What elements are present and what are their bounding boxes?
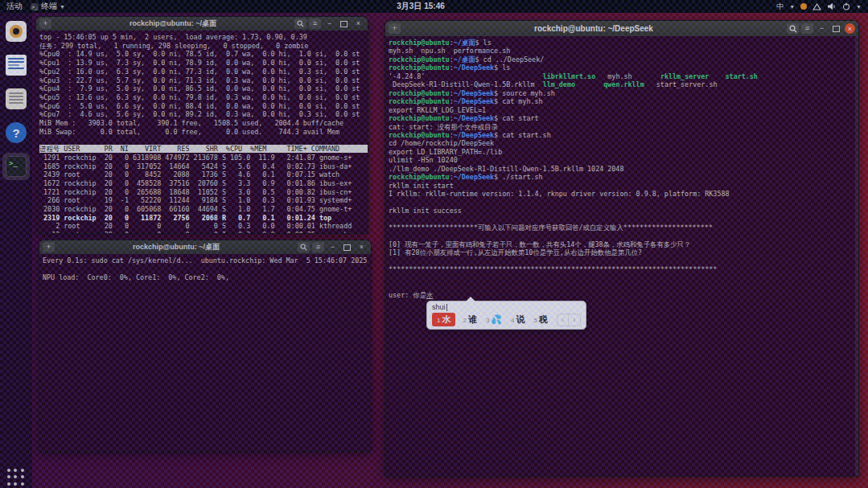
terminal-line: 1721 rockchip 20 0 265688 18648 11052 S … <box>39 188 364 197</box>
terminal-line: rockchip@ubuntu:~/DeepSeek$ cat myh.sh <box>389 97 855 105</box>
terminal-line: %Cpu7 : 4.6 us, 5.6 sy, 0.0 ni, 89.2 id,… <box>39 110 364 119</box>
terminal-app-icon: >_ <box>31 3 39 10</box>
close-button[interactable]: × <box>352 18 364 29</box>
candidate-number: 3 <box>486 317 489 324</box>
ime-candidate[interactable]: 4 说 <box>509 313 526 326</box>
terminal-output[interactable]: top - 15:46:05 up 5 min, 2 users, load a… <box>36 31 368 233</box>
dock-item-help[interactable]: ? <box>2 119 30 146</box>
terminal-line: %Cpu0 : 14.9 us, 5.0 sy, 0.0 ni, 78.5 id… <box>39 50 364 59</box>
search-icon[interactable] <box>787 23 799 34</box>
minimize-button[interactable]: − <box>816 23 828 34</box>
candidate-text: 水 <box>442 314 450 326</box>
power-icon <box>842 2 850 10</box>
close-button[interactable]: × <box>356 242 368 252</box>
activities-button[interactable]: 活动 <box>6 1 23 12</box>
terminal-line: [1] 有28位小朋友排成一行,从左边开始数第10位是学豆,从右边开始数他是第几… <box>389 248 855 256</box>
terminal-line <box>389 257 855 265</box>
system-tray[interactable]: 中 ▼ ▼ <box>776 2 868 12</box>
terminal-line: NPU load: Core0: 0%, Core1: 0%, Core2: 0… <box>43 273 368 282</box>
terminal-line: rockchip@ubuntu:~/DeepSeek$ ls <box>389 64 855 72</box>
minimize-button[interactable]: − <box>327 242 339 252</box>
ime-preedit: shui <box>432 303 581 311</box>
show-applications-button[interactable] <box>7 469 25 486</box>
terminal-line: %Cpu2 : 16.0 us, 6.3 sy, 0.0 ni, 77.3 id… <box>39 68 364 76</box>
terminal-line: top - 15:46:05 up 5 min, 2 users, load a… <box>39 33 364 42</box>
terminal-line: rockchip@ubuntu:~/DeepSeek$ cat start <box>389 114 855 122</box>
terminal-line: %Cpu1 : 13.9 us, 7.3 sy, 0.0 ni, 78.9 id… <box>39 59 364 68</box>
maximize-button[interactable] <box>830 23 842 34</box>
terminal-line: 1672 rockchip 20 0 458528 37516 20760 S … <box>39 179 364 188</box>
terminal-line: DeepSeek-R1-Distill-Qwen-1.5B.rkllm llm_… <box>389 80 855 88</box>
menu-icon[interactable]: ≡ <box>312 242 324 252</box>
ime-candidate[interactable]: 2 谁 <box>461 313 478 326</box>
prev-page-button[interactable]: ‹ <box>557 314 569 326</box>
maximize-button[interactable] <box>338 18 350 29</box>
terminal-line: rockchip@ubuntu:~/桌面$ ls <box>389 39 855 47</box>
new-tab-button[interactable]: + <box>43 242 55 252</box>
terminal-line <box>389 282 855 290</box>
terminal-line: 1291 rockchip 20 0 6318908 474972 213678… <box>39 154 364 162</box>
menu-icon[interactable]: ≡ <box>309 18 321 29</box>
terminal-line: rkllm init start <box>389 182 855 190</box>
title-bar[interactable]: + rockchip@ubuntu: ~/桌面 ≡ − × <box>36 17 368 31</box>
search-icon[interactable] <box>298 242 310 252</box>
next-page-button[interactable]: › <box>569 314 579 326</box>
dock-item-terminal[interactable]: >_ <box>2 153 30 180</box>
terminal-output[interactable]: Every 0.1s: sudo cat /sys/kernel/d... ub… <box>39 254 371 451</box>
app-menu[interactable]: >_ 终端 ▼ <box>31 1 65 12</box>
rhythmbox-icon <box>6 21 27 42</box>
terminal-line: Every 0.1s: sudo cat /sys/kernel/d... ub… <box>43 256 368 265</box>
terminal-line: cat: start: 没有那个文件或目录 <box>389 123 855 131</box>
chevron-down-icon: ▼ <box>856 4 862 10</box>
terminal-line: 2030 rockchip 20 0 605068 66160 44694 S … <box>39 205 364 214</box>
app-menu-label: 终端 <box>41 1 57 12</box>
terminal-line: 进程号 USER PR NI VIRT RES SHR %CPU %MEM TI… <box>39 145 364 154</box>
terminal-line: export LD_LIBRARY_PATH=./lib <box>389 148 855 156</box>
terminal-line: ****************************************… <box>389 265 855 273</box>
maximize-button[interactable] <box>341 242 353 252</box>
terminal-line: %Cpu4 : 7.9 us, 5.0 sy, 0.0 ni, 86.5 id,… <box>39 84 364 93</box>
title-bar[interactable]: + rockchip@ubuntu: ~/DeepSeek ≡ − × <box>385 21 858 36</box>
new-tab-button[interactable]: + <box>39 18 51 29</box>
candidate-number: 5 <box>534 317 537 324</box>
text-cursor <box>446 304 447 311</box>
terminal-line: rockchip@ubuntu:~/DeepSeek$ ./start.sh <box>389 173 855 181</box>
clock[interactable]: 3月3日 15:46 <box>65 1 776 12</box>
terminal-line: 266 root 19 -1 52220 11244 9184 S 1.0 0.… <box>39 196 364 205</box>
terminal-line <box>389 215 855 223</box>
terminal-line: 12 root 20 0 0 0 0 I 0.3 0.0 0:00.35 rcu… <box>39 231 364 233</box>
terminal-line: rockchip@ubuntu:~/桌面$ cd ../DeepSeek/ <box>389 55 855 64</box>
candidate-text: 💦 <box>491 314 502 325</box>
title-bar[interactable]: + rockchip@ubuntu: ~/桌面 ≡ − × <box>39 240 371 254</box>
ime-candidate[interactable]: 1 水 <box>432 313 455 326</box>
terminal-line: user: 你是水 <box>389 291 855 299</box>
window-deepseek-terminal: + rockchip@ubuntu: ~/DeepSeek ≡ − × rock… <box>385 20 859 477</box>
dock-item-rhythmbox[interactable] <box>2 18 30 45</box>
ime-candidate[interactable]: 5 税 <box>533 313 549 326</box>
terminal-line: **********************可输入以下问题对应序号获取回答/或自… <box>389 223 855 232</box>
dock-item-text-editor[interactable] <box>2 85 30 113</box>
ime-popup: shui 1 水 2 谁 3 💦 4 说 5 税 <box>426 301 586 330</box>
network-icon <box>812 2 821 10</box>
dock-item-libreoffice-writer[interactable] <box>2 51 30 79</box>
terminal-line: 2319 rockchip 20 0 11872 2756 2068 R 0.7… <box>39 214 364 223</box>
ime-pager: ‹ › <box>557 314 581 326</box>
terminal-line <box>43 265 368 274</box>
terminal-line: rockchip@ubuntu:~/DeepSeek$ source myh.s… <box>389 89 855 97</box>
terminal-line: 2 root 20 0 0 0 0 S 0.3 0.0 0:00.01 kthr… <box>39 222 364 231</box>
terminal-line: 任务: 299 total, 1 running, 298 sleeping, … <box>39 42 364 51</box>
new-tab-button[interactable]: + <box>389 23 401 34</box>
window-title: rockchip@ubuntu: ~/DeepSeek <box>403 24 784 33</box>
terminal-line <box>389 274 855 282</box>
scrollbar[interactable] <box>855 36 858 476</box>
terminal-line <box>389 199 855 207</box>
terminal-output[interactable]: rockchip@ubuntu:~/桌面$ lsmyh.sh npu.sh pe… <box>385 36 858 476</box>
terminal-line: ulimit -HSn 10240 <box>389 156 855 164</box>
close-button[interactable]: × <box>845 23 855 34</box>
minimize-button[interactable]: − <box>323 18 335 29</box>
ime-candidate[interactable]: 3 💦 <box>484 314 504 326</box>
input-method-indicator[interactable]: 中 <box>776 2 784 12</box>
terminal-line: cd /home/rockchip/DeepSeek <box>389 139 855 147</box>
menu-icon[interactable]: ≡ <box>801 23 813 34</box>
search-icon[interactable] <box>294 18 306 29</box>
